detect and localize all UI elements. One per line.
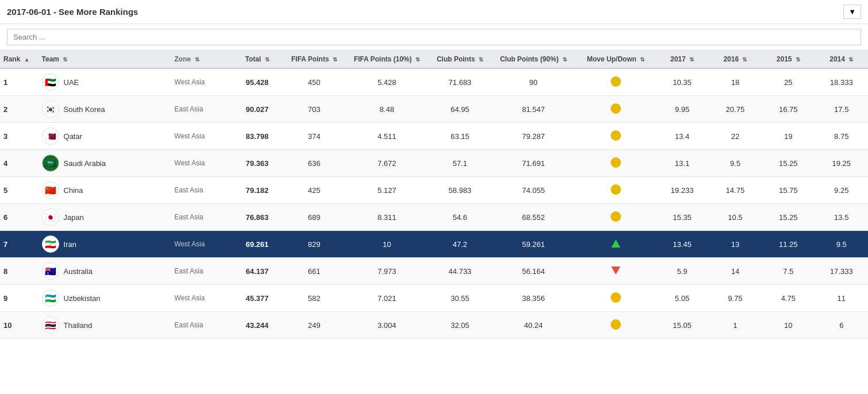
y2016-cell: 14.75: [709, 177, 762, 204]
total-cell: 69.261: [230, 231, 283, 258]
col-total[interactable]: Total ⇅: [230, 51, 283, 68]
zone-cell: East Asia: [171, 258, 231, 285]
team-cell: 🇨🇳 China: [38, 177, 171, 204]
header-bar: 2017-06-01 - See More Rankings ▼: [0, 0, 868, 24]
club-points-90-cell: 90: [491, 68, 576, 96]
y2017-cell: 5.05: [655, 285, 708, 312]
zone-cell: East Asia: [171, 204, 231, 231]
club-points-cell: 58.983: [429, 177, 491, 204]
move-down-arrow: [611, 266, 620, 275]
dropdown-button[interactable]: ▼: [843, 5, 861, 19]
y2016-cell: 9.75: [709, 285, 762, 312]
col-2014[interactable]: 2014 ⇅: [815, 51, 869, 68]
y2014-cell: 19.25: [815, 150, 869, 177]
y2015-cell: 19: [762, 123, 815, 150]
y2016-cell: 20.75: [709, 96, 762, 123]
table-row[interactable]: 10 🇹🇭 Thailand East Asia 43.244 249 3.00…: [0, 312, 868, 339]
y2014-cell: 11: [815, 285, 869, 312]
fifa-points-10-cell: 10: [345, 231, 429, 258]
team-name: Saudi Arabia: [64, 159, 106, 168]
move-dot: [611, 184, 621, 195]
move-dot: [611, 103, 621, 114]
col-rank[interactable]: Rank ▲: [0, 51, 38, 68]
y2017-cell: 13.45: [655, 231, 708, 258]
club-points-90-cell: 74.055: [491, 177, 576, 204]
table-row[interactable]: 2 🇰🇷 South Korea East Asia 90.027 703 8.…: [0, 96, 868, 123]
y2017-cell: 13.1: [655, 150, 708, 177]
rank-cell: 7: [0, 231, 38, 258]
fifa-points-cell: 636: [284, 150, 345, 177]
fifa-points-cell: 582: [284, 285, 345, 312]
fifa-points-10-cell: 3.004: [345, 312, 429, 339]
zone-cell: East Asia: [171, 177, 231, 204]
zone-cell: East Asia: [171, 96, 231, 123]
y2017-cell: 9.95: [655, 96, 708, 123]
zone-cell: West Asia: [171, 231, 231, 258]
col-move[interactable]: Move Up/Down ⇅: [576, 51, 656, 68]
club-points-90-cell: 71.691: [491, 150, 576, 177]
y2015-cell: 16.75: [762, 96, 815, 123]
table-row[interactable]: 1 🇦🇪 UAE West Asia 95.428 450 5.428 71.6…: [0, 68, 868, 96]
y2017-cell: 15.05: [655, 312, 708, 339]
y2016-cell: 1: [709, 312, 762, 339]
club-points-90-cell: 59.261: [491, 231, 576, 258]
team-cell: 🇰🇷 South Korea: [38, 96, 171, 123]
table-header: Rank ▲ Team ⇅ Zone ⇅ Total ⇅ FIFA Points…: [0, 51, 868, 68]
team-name: Australia: [64, 267, 93, 276]
move-cell: [576, 177, 656, 204]
club-points-90-cell: 38.356: [491, 285, 576, 312]
team-flag: 🇺🇿: [42, 289, 59, 307]
table-row[interactable]: 9 🇺🇿 Uzbekistan West Asia 45.377 582 7.0…: [0, 285, 868, 312]
move-cell: [576, 285, 656, 312]
header-row: Rank ▲ Team ⇅ Zone ⇅ Total ⇅ FIFA Points…: [0, 51, 868, 68]
rank-cell: 1: [0, 68, 38, 96]
col-2016[interactable]: 2016 ⇅: [709, 51, 762, 68]
move-dot: [611, 292, 621, 303]
team-name: Qatar: [64, 132, 83, 141]
col-club-points-90[interactable]: Club Points (90%) ⇅: [491, 51, 576, 68]
team-name: China: [64, 186, 83, 195]
club-points-cell: 44.733: [429, 258, 491, 285]
club-points-90-cell: 81.547: [491, 96, 576, 123]
search-input[interactable]: [7, 29, 861, 45]
team-flag: 🇶🇦: [42, 128, 59, 145]
table-row[interactable]: 7 🇮🇷 Iran West Asia 69.261 829 10 47.2 5…: [0, 231, 868, 258]
team-flag: 🇯🇵: [42, 208, 59, 226]
club-points-cell: 47.2: [429, 231, 491, 258]
y2017-cell: 13.4: [655, 123, 708, 150]
team-flag: 🇦🇪: [42, 74, 59, 91]
total-cell: 83.798: [230, 123, 283, 150]
table-row[interactable]: 4 🇸🇦 Saudi Arabia West Asia 79.363 636 7…: [0, 150, 868, 177]
col-zone[interactable]: Zone ⇅: [171, 51, 231, 68]
fifa-points-10-cell: 4.511: [345, 123, 429, 150]
team-cell: 🇦🇺 Australia: [38, 258, 171, 285]
move-cell: [576, 312, 656, 339]
table-row[interactable]: 6 🇯🇵 Japan East Asia 76.863 689 8.311 54…: [0, 204, 868, 231]
y2015-cell: 15.25: [762, 150, 815, 177]
fifa-points-10-cell: 7.021: [345, 285, 429, 312]
col-team[interactable]: Team ⇅: [38, 51, 171, 68]
col-fifa-points[interactable]: FIFA Points ⇅: [284, 51, 345, 68]
y2014-cell: 9.25: [815, 177, 869, 204]
rank-cell: 8: [0, 258, 38, 285]
table-row[interactable]: 3 🇶🇦 Qatar West Asia 83.798 374 4.511 63…: [0, 123, 868, 150]
col-2017[interactable]: 2017 ⇅: [655, 51, 708, 68]
search-bar: [0, 24, 868, 51]
table-row[interactable]: 5 🇨🇳 China East Asia 79.182 425 5.127 58…: [0, 177, 868, 204]
col-club-points[interactable]: Club Points ⇅: [429, 51, 491, 68]
col-fifa-points-10[interactable]: FIFA Points (10%) ⇅: [345, 51, 429, 68]
team-flag: 🇹🇭: [42, 316, 59, 334]
y2014-cell: 18.333: [815, 68, 869, 96]
col-2015[interactable]: 2015 ⇅: [762, 51, 815, 68]
total-cell: 90.027: [230, 96, 283, 123]
fifa-points-cell: 689: [284, 204, 345, 231]
team-name: South Korea: [64, 105, 105, 114]
club-points-cell: 71.683: [429, 68, 491, 96]
table-row[interactable]: 8 🇦🇺 Australia East Asia 64.137 661 7.97…: [0, 258, 868, 285]
team-name: Thailand: [64, 321, 92, 330]
rank-cell: 3: [0, 123, 38, 150]
move-dot: [611, 130, 621, 141]
team-cell: 🇹🇭 Thailand: [38, 312, 171, 339]
club-points-90-cell: 68.552: [491, 204, 576, 231]
club-points-cell: 30.55: [429, 285, 491, 312]
